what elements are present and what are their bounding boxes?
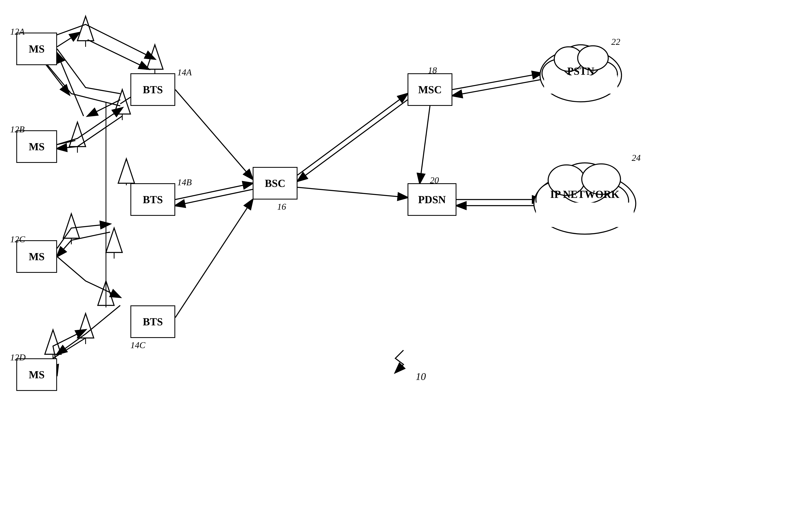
- svg-line-22: [57, 33, 79, 47]
- pstn-label: PSTN: [534, 65, 628, 77]
- bts-14c-box: BTS: [130, 305, 175, 338]
- ip-network-24-cloud: IP NETWORK: [526, 151, 644, 240]
- bsc-16-box: BSC: [253, 167, 297, 200]
- svg-line-30: [175, 200, 253, 318]
- svg-marker-10: [106, 228, 122, 252]
- bts-14a-box: BTS: [130, 73, 175, 106]
- ip-network-label: IP NETWORK: [526, 188, 644, 200]
- pdsn-20-box: PDSN: [407, 183, 456, 216]
- svg-line-34: [420, 106, 430, 183]
- svg-line-23: [88, 40, 149, 69]
- pstn-22-ref: 22: [611, 37, 620, 47]
- bts-14a-ref: 14A: [177, 67, 192, 78]
- diagram-ref-10: 10: [416, 370, 426, 382]
- pdsn-20-ref: 20: [430, 175, 439, 186]
- bsc-16-ref: 16: [277, 202, 286, 212]
- svg-marker-8: [63, 214, 79, 238]
- ip-network-24-ref: 24: [632, 153, 641, 163]
- msc-18-box: MSC: [407, 73, 452, 106]
- ms-12c-ref: 12C: [10, 234, 25, 245]
- diagram-svg: [0, 0, 800, 532]
- svg-line-33: [297, 187, 407, 197]
- ms-12d-box: MS: [16, 358, 57, 391]
- svg-line-27: [175, 90, 253, 179]
- ms-12b-ref: 12B: [10, 124, 25, 135]
- svg-rect-45: [544, 75, 617, 94]
- bts-14c-ref: 14C: [130, 340, 145, 350]
- svg-rect-52: [536, 203, 634, 227]
- svg-marker-12: [45, 330, 61, 354]
- ms-12c-box: MS: [16, 240, 57, 273]
- ms-12a-box: MS: [16, 33, 57, 65]
- svg-marker-16: [147, 45, 163, 69]
- svg-line-31: [297, 94, 407, 175]
- svg-marker-2: [77, 16, 94, 41]
- bts-14b-ref: 14B: [177, 177, 192, 188]
- ms-12a-ref: 12A: [10, 26, 25, 37]
- svg-marker-18: [118, 159, 134, 183]
- ms-12b-box: MS: [16, 130, 57, 163]
- msc-18-ref: 18: [428, 65, 437, 76]
- ms-12d-ref: 12D: [10, 352, 26, 363]
- bts-14b-box: BTS: [130, 183, 175, 216]
- diagram-container: MS 12A MS 12B MS 12C MS 12D BTS 14A BTS …: [0, 0, 800, 532]
- svg-line-32: [297, 100, 407, 181]
